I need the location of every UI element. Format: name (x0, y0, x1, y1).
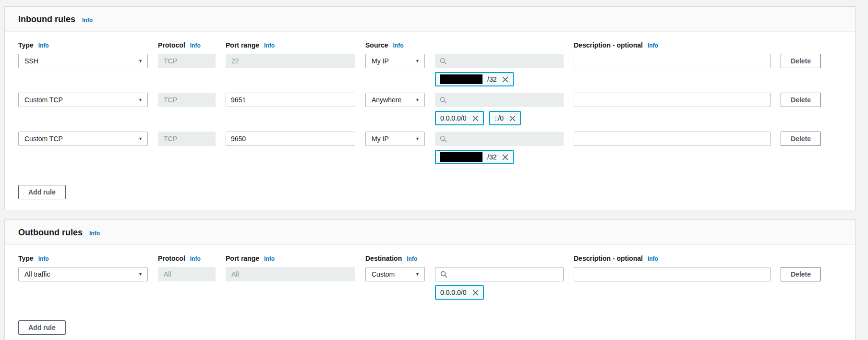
column-header-type: Type Info (18, 41, 148, 49)
cidr-tag-label: ::/0 (494, 114, 504, 122)
description-info-link[interactable]: Info (648, 42, 658, 49)
type-info-link[interactable]: Info (38, 42, 49, 49)
remove-tag-icon[interactable] (502, 154, 508, 160)
description-info-link[interactable]: Info (648, 255, 658, 262)
port-range-field: All (226, 267, 355, 281)
protocol-info-link[interactable]: Info (190, 255, 201, 262)
delete-button[interactable]: Delete (781, 93, 821, 107)
description-input[interactable] (574, 93, 771, 107)
chevron-down-icon: ▼ (415, 272, 420, 277)
chevron-down-icon: ▼ (415, 59, 420, 63)
type-select[interactable]: SSH ▼ (18, 54, 148, 68)
chevron-down-icon: ▼ (415, 137, 420, 141)
inbound-rules-body: Type Info Protocol Info Port range Info … (5, 32, 855, 210)
protocol-info-link[interactable]: Info (190, 42, 201, 49)
port-range-input[interactable] (226, 93, 355, 107)
source-select[interactable]: My IP ▼ (365, 54, 425, 68)
source-search-input (435, 132, 564, 146)
destination-search-input[interactable] (452, 270, 558, 279)
chevron-down-icon: ▼ (138, 98, 143, 102)
inbound-rules-title: Inbound rules (18, 14, 75, 24)
type-column-label: Type (18, 255, 34, 262)
column-header-description: Description - optional Info (574, 41, 771, 49)
cidr-tag: 0.0.0.0/0 (435, 285, 484, 300)
source-select-value: My IP (372, 57, 389, 65)
inbound-rules-header: Inbound rules Info (5, 7, 855, 32)
source-select-value: My IP (372, 135, 389, 143)
destination-select-value: Custom (372, 270, 395, 278)
type-column-label: Type (18, 41, 34, 49)
source-select[interactable]: Anywhere ▼ (365, 93, 425, 107)
column-header-destination: Destination Info (365, 255, 425, 262)
description-column-label: Description - optional (574, 255, 643, 262)
type-select-value: All traffic (24, 270, 50, 278)
type-info-link[interactable]: Info (38, 255, 49, 262)
source-search-input (435, 93, 564, 107)
source-cidr-tags: /32 (435, 150, 564, 164)
column-header-description: Description - optional Info (574, 255, 771, 262)
destination-info-link[interactable]: Info (407, 255, 417, 262)
type-select[interactable]: Custom TCP ▼ (18, 132, 148, 146)
source-select[interactable]: My IP ▼ (365, 132, 425, 146)
destination-column-label: Destination (365, 255, 402, 262)
cidr-tag-label: 0.0.0.0/0 (440, 289, 467, 296)
type-select-value: Custom TCP (24, 96, 63, 104)
cidr-tag: 0.0.0.0/0 (435, 111, 484, 125)
search-icon (440, 58, 447, 65)
outbound-rules-info-link[interactable]: Info (89, 230, 100, 237)
redacted-ip-mask (440, 152, 482, 162)
column-header-type: Type Info (18, 255, 148, 262)
source-select-value: Anywhere (372, 96, 401, 104)
destination-select[interactable]: Custom ▼ (365, 267, 425, 281)
remove-tag-icon[interactable] (472, 290, 479, 296)
protocol-field: TCP (158, 132, 216, 146)
destination-search-box (435, 267, 564, 281)
cidr-tag: /32 (435, 150, 514, 164)
remove-tag-icon[interactable] (509, 115, 516, 121)
protocol-field: All (158, 267, 216, 281)
inbound-column-headers: Type Info Protocol Info Port range Info … (18, 41, 842, 49)
delete-button[interactable]: Delete (781, 132, 821, 146)
destination-cidr-tags: 0.0.0.0/0 (435, 285, 564, 300)
cidr-tag: ::/0 (489, 111, 521, 125)
description-input[interactable] (574, 267, 771, 281)
protocol-column-label: Protocol (158, 41, 185, 49)
protocol-column-label: Protocol (158, 255, 185, 262)
remove-tag-icon[interactable] (502, 76, 508, 83)
protocol-field: TCP (158, 93, 216, 107)
description-input[interactable] (574, 54, 771, 68)
inbound-rules-info-link[interactable]: Info (82, 17, 93, 24)
search-icon (440, 97, 447, 104)
outbound-rules-body: Type Info Protocol Info Port range Info … (5, 245, 855, 340)
port-range-info-link[interactable]: Info (264, 42, 275, 49)
port-range-info-link[interactable]: Info (264, 255, 275, 262)
add-rule-button[interactable]: Add rule (18, 320, 66, 335)
source-search-input (435, 54, 564, 68)
column-header-source: Source Info (365, 41, 425, 49)
redacted-ip-mask (440, 74, 482, 84)
column-header-port-range: Port range Info (226, 41, 355, 49)
port-range-column-label: Port range (226, 255, 259, 262)
add-rule-button[interactable]: Add rule (18, 185, 66, 199)
description-column-label: Description - optional (574, 41, 643, 49)
cidr-tag-label: /32 (487, 153, 496, 161)
inbound-rule-row-2: Custom TCP ▼ TCP Anywhere ▼ Delete (18, 93, 842, 125)
cidr-tag-label: 0.0.0.0/0 (440, 114, 467, 122)
description-input[interactable] (574, 132, 771, 146)
remove-tag-icon[interactable] (472, 115, 479, 121)
source-cidr-tags: /32 (435, 72, 564, 86)
cidr-tag-label: /32 (487, 75, 496, 83)
chevron-down-icon: ▼ (138, 137, 143, 141)
delete-button[interactable]: Delete (781, 54, 821, 68)
column-header-port-range: Port range Info (226, 255, 355, 262)
type-select[interactable]: All traffic ▼ (18, 267, 148, 281)
type-select[interactable]: Custom TCP ▼ (18, 93, 148, 107)
column-header-protocol: Protocol Info (158, 255, 216, 262)
inbound-rules-panel: Inbound rules Info Type Info Protocol In… (4, 6, 856, 210)
source-info-link[interactable]: Info (393, 42, 403, 49)
inbound-rule-row-1: SSH ▼ TCP 22 My IP ▼ Delete (18, 54, 842, 86)
port-range-input[interactable] (226, 132, 355, 146)
outbound-rules-panel: Outbound rules Info Type Info Protocol I… (4, 219, 856, 340)
delete-button[interactable]: Delete (781, 267, 821, 281)
outbound-rules-header: Outbound rules Info (5, 220, 855, 245)
